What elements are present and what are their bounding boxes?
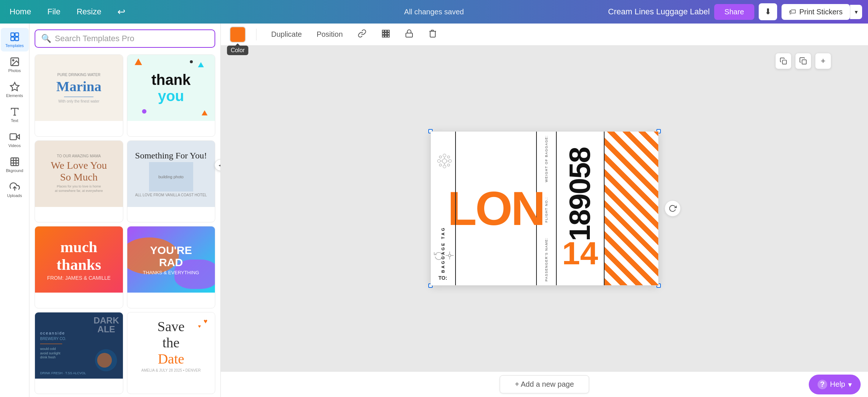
template-card-dark-ale[interactable]: oceanside BREWERY CO. would coldavoid su… [35, 312, 123, 394]
delete-icon [428, 31, 437, 39]
svg-point-26 [443, 154, 446, 157]
svg-rect-1 [15, 33, 18, 36]
position-button[interactable]: Position [312, 28, 347, 41]
templates-label: Templates [5, 43, 24, 48]
doc-title: Cream Lines Luggage Label [608, 7, 709, 17]
duplicate-button[interactable]: Duplicate [267, 28, 306, 41]
svg-point-5 [13, 60, 14, 61]
template-card-youre-rad[interactable]: YOU'RERAD THANKS & EVERYTHING [127, 226, 216, 308]
main-layout: Templates Photos Elements Text [0, 24, 868, 397]
help-caret: ▾ [848, 380, 852, 389]
number-14-text: 14 [562, 237, 598, 269]
help-button[interactable]: ? Help ▾ [809, 375, 861, 394]
link-button[interactable] [353, 27, 371, 42]
baggage-tag-text: BAGGAGE TAG [441, 226, 445, 273]
svg-point-31 [447, 156, 450, 158]
luggage-label-card: BAGGAGE TAG TO: LON WEIGHT OF BAGGAGE: F… [431, 131, 659, 286]
svg-point-29 [449, 160, 451, 162]
color-swatch[interactable] [230, 26, 246, 43]
canvas-copy-button[interactable] [775, 53, 791, 69]
add-icon: + [821, 56, 826, 66]
videos-label: Videos [8, 143, 21, 148]
search-bar-wrap: 🔍 [29, 24, 220, 51]
add-page-button[interactable]: + Add a new page [500, 375, 589, 393]
canvas-workspace[interactable]: + [221, 46, 868, 371]
svg-rect-14 [385, 30, 387, 32]
pattern-icon [381, 31, 390, 39]
print-button[interactable]: 🏷 Print Stickers [782, 4, 850, 20]
svg-point-38 [448, 254, 451, 257]
resize-button[interactable]: Resize [73, 5, 105, 19]
search-input[interactable] [55, 34, 209, 43]
bkground-label: Bkground [6, 168, 23, 173]
svg-rect-16 [382, 33, 384, 35]
search-icon: 🔍 [41, 34, 51, 43]
rotate-icon [669, 204, 677, 212]
lock-button[interactable] [400, 27, 418, 42]
template-card-thankyou[interactable]: thankyou [127, 54, 216, 137]
sidebar-item-photos[interactable]: Photos [1, 53, 29, 76]
template-card-muchtnx[interactable]: muchthanks FROM: JAMES & CAMILLE [35, 226, 123, 308]
svg-rect-20 [385, 35, 387, 37]
delete-button[interactable] [424, 27, 442, 42]
undo-button[interactable]: ↩ [114, 4, 129, 20]
move-icon[interactable] [445, 251, 454, 260]
home-button[interactable]: Home [6, 5, 35, 19]
svg-rect-11 [11, 158, 18, 166]
share-button[interactable]: Share [714, 4, 754, 20]
elements-icon [10, 82, 20, 92]
svg-rect-15 [387, 30, 389, 32]
luggage-col-3: WEIGHT OF BAGGAGE: FLIGHT NO.: PASSENGER… [537, 132, 557, 285]
template-card-hotel[interactable]: Something For You! building photo ALL LO… [127, 140, 216, 223]
color-swatch-container: Color [230, 26, 246, 43]
file-menu[interactable]: File [44, 5, 64, 19]
print-caret-button[interactable]: ▾ [850, 5, 862, 19]
template-card-marina[interactable]: PURE DRINKING WATER Marina With only the… [35, 54, 123, 137]
photos-icon [10, 57, 20, 67]
pattern-button[interactable] [377, 27, 394, 42]
canvas-float-controls: + [775, 53, 831, 69]
search-bar: 🔍 [35, 29, 215, 48]
text-icon [10, 107, 20, 117]
sidebar-item-background[interactable]: Bkground [1, 153, 29, 176]
canvas-duplicate-button[interactable] [795, 53, 811, 69]
floral-decoration [435, 152, 454, 172]
svg-point-27 [443, 165, 446, 168]
help-label: Help [830, 380, 845, 389]
svg-rect-13 [382, 30, 384, 32]
flight-label: FLIGHT NO.: [545, 197, 548, 222]
templates-icon [10, 32, 20, 42]
svg-rect-22 [406, 33, 412, 37]
download-icon: ⬇ [765, 7, 771, 16]
luggage-label-container[interactable]: BAGGAGE TAG TO: LON WEIGHT OF BAGGAGE: F… [431, 131, 659, 286]
sidebar-item-text[interactable]: Text [1, 103, 29, 126]
svg-rect-18 [387, 33, 389, 35]
big-number-text: 189058 [567, 147, 593, 241]
svg-point-30 [439, 156, 442, 158]
help-icon: ? [818, 380, 827, 389]
templates-panel: 🔍 PURE DRINKING WATER Marina With only t… [29, 24, 221, 397]
rotate-handle[interactable] [665, 200, 681, 217]
weight-label: WEIGHT OF BAGGAGE: [545, 135, 548, 182]
canvas-bottom-bar: + Add a new page 86% ⤢ ? Help ▾ [221, 371, 868, 397]
template-card-welove[interactable]: TO OUR AMAZING MAMA We Love YouSo Much P… [35, 140, 123, 223]
template-card-save-date[interactable]: SavetheDate AMELIA & JULY 28 2025 • DENV… [127, 312, 216, 394]
passenger-label: PASSENGER'S NAME: [545, 237, 548, 282]
link-icon [358, 31, 366, 39]
svg-rect-2 [11, 37, 14, 40]
numbers-container: 189058 14 [562, 132, 598, 285]
duplicate-canvas-icon [800, 57, 807, 65]
download-button[interactable]: ⬇ [759, 3, 777, 20]
videos-icon [10, 132, 20, 142]
svg-point-33 [447, 164, 450, 166]
canvas-toolbar: Color Duplicate Position [221, 24, 868, 46]
sidebar-item-elements[interactable]: Elements [1, 78, 29, 101]
svg-point-28 [437, 160, 440, 162]
luggage-inner: BAGGAGE TAG TO: LON WEIGHT OF BAGGAGE: F… [431, 132, 658, 285]
sidebar-item-templates[interactable]: Templates [1, 28, 29, 51]
canvas-add-button[interactable]: + [815, 53, 831, 69]
svg-rect-21 [387, 35, 389, 37]
sidebar-item-videos[interactable]: Videos [1, 128, 29, 151]
destination-text: LON [447, 185, 544, 232]
sidebar-item-uploads[interactable]: Uploads [1, 178, 29, 201]
